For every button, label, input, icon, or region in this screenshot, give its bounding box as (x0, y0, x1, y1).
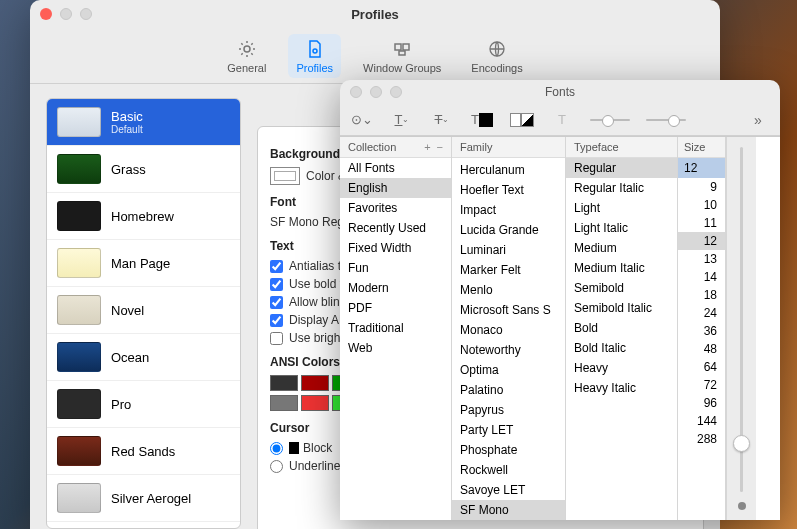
shadow-toggle[interactable]: T (550, 108, 574, 132)
family-row[interactable]: Herculanum (452, 160, 565, 180)
profile-item-novel[interactable]: Novel (47, 287, 240, 334)
collection-row[interactable]: All Fonts (340, 158, 451, 178)
family-row[interactable]: Hoefler Text (452, 180, 565, 200)
family-row[interactable]: Savoye LET (452, 480, 565, 500)
collection-row[interactable]: Fixed Width (340, 238, 451, 258)
typeface-row[interactable]: Heavy Italic (566, 378, 677, 398)
family-row[interactable]: Microsoft Sans S (452, 300, 565, 320)
size-row[interactable]: 96 (678, 394, 725, 412)
profile-item-red-sands[interactable]: Red Sands (47, 428, 240, 475)
remove-collection-button[interactable]: − (437, 141, 443, 153)
typeface-row[interactable]: Medium (566, 238, 677, 258)
size-row[interactable]: 64 (678, 358, 725, 376)
collection-row[interactable]: Traditional (340, 318, 451, 338)
size-input[interactable] (678, 158, 725, 178)
background-color-well[interactable] (270, 167, 300, 185)
size-row[interactable]: 12 (678, 232, 725, 250)
size-row[interactable]: 10 (678, 196, 725, 214)
family-row[interactable]: Menlo (452, 280, 565, 300)
profile-item-man-page[interactable]: Man Page (47, 240, 240, 287)
family-row[interactable]: SF Mono (452, 500, 565, 520)
profile-item-pro[interactable]: Pro (47, 381, 240, 428)
family-row[interactable]: Phosphate (452, 440, 565, 460)
strikethrough-menu[interactable]: T⌄ (430, 108, 454, 132)
size-row[interactable]: 14 (678, 268, 725, 286)
typeface-row[interactable]: Medium Italic (566, 258, 677, 278)
typeface-row[interactable]: Light Italic (566, 218, 677, 238)
typeface-row[interactable]: Light (566, 198, 677, 218)
shadow-slider-2[interactable] (646, 113, 686, 127)
profile-item-ocean[interactable]: Ocean (47, 334, 240, 381)
profile-item-homebrew[interactable]: Homebrew (47, 193, 240, 240)
size-row[interactable]: 24 (678, 304, 725, 322)
family-row[interactable]: Rockwell (452, 460, 565, 480)
family-row[interactable]: Noteworthy (452, 340, 565, 360)
typeface-row[interactable]: Bold (566, 318, 677, 338)
size-row[interactable]: 9 (678, 178, 725, 196)
size-row[interactable]: 11 (678, 214, 725, 232)
antialias-checkbox[interactable] (270, 260, 283, 273)
family-row[interactable]: Luminari (452, 240, 565, 260)
blink-checkbox[interactable] (270, 296, 283, 309)
profile-item-silver-aerogel[interactable]: Silver Aerogel (47, 475, 240, 522)
ansi-bright-black[interactable] (270, 395, 298, 411)
typeface-row[interactable]: Heavy (566, 358, 677, 378)
collection-row[interactable]: Fun (340, 258, 451, 278)
size-slider-thumb[interactable] (733, 435, 750, 452)
collection-row[interactable]: Recently Used (340, 218, 451, 238)
ansi-black[interactable] (270, 375, 298, 391)
overflow-button[interactable]: » (746, 108, 770, 132)
collection-row[interactable]: Modern (340, 278, 451, 298)
typeface-row[interactable]: Semibold Italic (566, 298, 677, 318)
collection-row[interactable]: Favorites (340, 198, 451, 218)
family-row[interactable]: Marker Felt (452, 260, 565, 280)
family-row[interactable]: Palatino (452, 380, 565, 400)
cursor-block-radio[interactable] (270, 442, 283, 455)
family-row[interactable]: Monaco (452, 320, 565, 340)
profiles-sidebar[interactable]: BasicDefaultGrassHomebrewMan PageNovelOc… (46, 98, 241, 529)
size-row[interactable]: 72 (678, 376, 725, 394)
shadow-slider-1[interactable] (590, 113, 630, 127)
size-row[interactable]: 288 (678, 430, 725, 448)
document-color[interactable] (510, 108, 534, 132)
family-row[interactable]: Lucida Grande (452, 220, 565, 240)
typeface-row[interactable]: Regular (566, 158, 677, 178)
family-row[interactable]: Optima (452, 360, 565, 380)
ansi-bright-red[interactable] (301, 395, 329, 411)
text-color[interactable]: T (470, 108, 494, 132)
family-row[interactable]: Impact (452, 200, 565, 220)
collection-row[interactable]: PDF (340, 298, 451, 318)
typeface-list[interactable]: RegularRegular ItalicLightLight ItalicMe… (566, 158, 677, 520)
collection-list[interactable]: All FontsEnglishFavoritesRecently UsedFi… (340, 158, 451, 520)
size-row[interactable]: 13 (678, 250, 725, 268)
window-groups-icon (391, 38, 413, 60)
ansi-checkbox[interactable] (270, 314, 283, 327)
action-menu[interactable]: ⊙⌄ (350, 108, 374, 132)
tab-general[interactable]: General (219, 34, 274, 78)
underline-menu[interactable]: T⌄ (390, 108, 414, 132)
family-row[interactable]: Papyrus (452, 400, 565, 420)
size-row[interactable]: 36 (678, 322, 725, 340)
size-list[interactable]: 9101112131418243648647296144288 (678, 178, 725, 520)
ansi-red[interactable] (301, 375, 329, 391)
size-row[interactable]: 48 (678, 340, 725, 358)
collection-row[interactable]: English (340, 178, 451, 198)
bright-checkbox[interactable] (270, 332, 283, 345)
typeface-row[interactable]: Semibold (566, 278, 677, 298)
size-slider[interactable] (740, 147, 743, 492)
collection-row[interactable]: Web (340, 338, 451, 358)
profile-item-grass[interactable]: Grass (47, 146, 240, 193)
size-row[interactable]: 144 (678, 412, 725, 430)
tab-encodings[interactable]: Encodings (463, 34, 530, 78)
bold-checkbox[interactable] (270, 278, 283, 291)
profile-item-basic[interactable]: BasicDefault (47, 99, 240, 146)
family-row[interactable]: Party LET (452, 420, 565, 440)
family-list[interactable]: Helvetica NeueHerculanumHoefler TextImpa… (452, 158, 565, 520)
typeface-row[interactable]: Bold Italic (566, 338, 677, 358)
add-collection-button[interactable]: + (424, 141, 430, 153)
tab-profiles[interactable]: Profiles (288, 34, 341, 78)
tab-window-groups[interactable]: Window Groups (355, 34, 449, 78)
typeface-row[interactable]: Regular Italic (566, 178, 677, 198)
size-row[interactable]: 18 (678, 286, 725, 304)
cursor-underline-radio[interactable] (270, 460, 283, 473)
